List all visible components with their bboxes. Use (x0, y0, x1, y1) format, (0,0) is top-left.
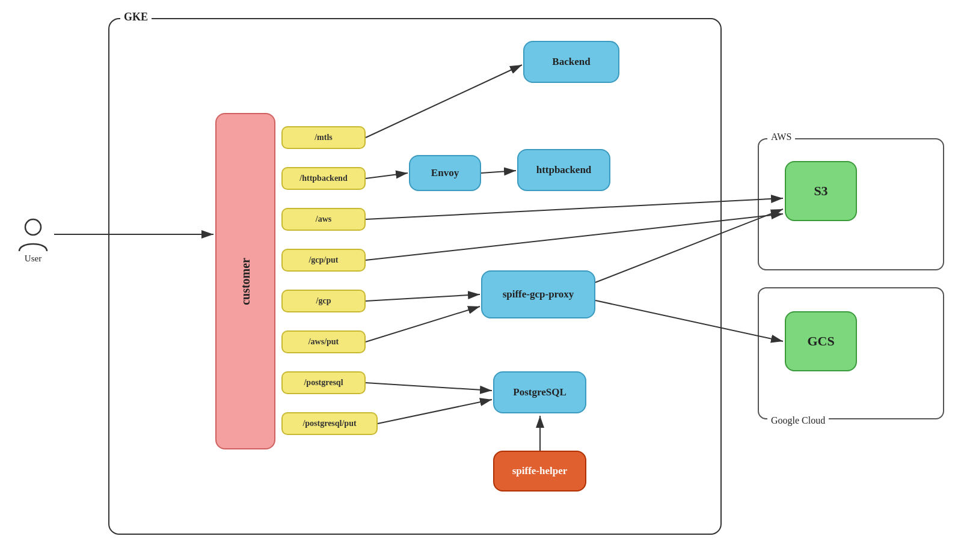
user-icon: User (17, 216, 49, 264)
envoy-box: Envoy (409, 155, 481, 191)
route-mtls: /mtls (281, 126, 366, 149)
backend-box: Backend (523, 41, 619, 83)
envoy-label: Envoy (431, 167, 459, 179)
s3-label: S3 (814, 183, 827, 199)
backend-label: Backend (552, 56, 590, 68)
route-postgresql: /postgresql (281, 371, 366, 394)
httpbackend-label: httpbackend (536, 164, 592, 176)
spiffe-helper-box: spiffe-helper (493, 451, 586, 492)
route-gcp-put: /gcp/put (281, 249, 366, 272)
gke-box: GKE (108, 18, 722, 535)
route-postgresql-put: /postgresql/put (281, 412, 378, 435)
postgresql-label: PostgreSQL (513, 386, 566, 398)
diagram: GKE AWS Google Cloud User customer /mtls… (0, 0, 961, 560)
route-aws: /aws (281, 208, 366, 231)
gcloud-label: Google Cloud (767, 415, 829, 426)
customer-label: customer (239, 258, 253, 305)
gcs-box: GCS (785, 311, 857, 371)
aws-label: AWS (767, 132, 795, 142)
route-aws-put: /aws/put (281, 330, 366, 353)
postgresql-box: PostgreSQL (493, 371, 586, 413)
spiffe-helper-label: spiffe-helper (512, 465, 568, 477)
user-svg (17, 216, 49, 252)
spiffe-gcp-proxy-box: spiffe-gcp-proxy (481, 270, 595, 318)
route-httpbackend: /httpbackend (281, 167, 366, 190)
s3-box: S3 (785, 161, 857, 221)
route-gcp: /gcp (281, 290, 366, 312)
svg-point-0 (25, 219, 41, 235)
spiffe-gcp-proxy-label: spiffe-gcp-proxy (503, 288, 574, 300)
gcs-label: GCS (807, 333, 834, 349)
gke-label: GKE (120, 11, 152, 23)
user-label: User (25, 254, 41, 264)
httpbackend-box: httpbackend (517, 149, 610, 191)
customer-box: customer (215, 113, 275, 449)
